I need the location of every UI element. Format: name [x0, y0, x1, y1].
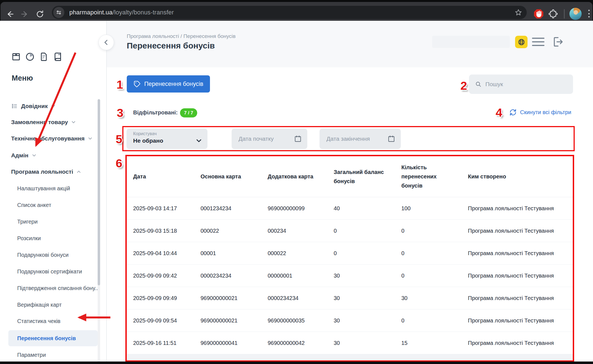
browser-toolbar: pharmapoint.ua/loyalty/bonus-transfer [1, 2, 592, 21]
sidebar-subitem-rozsylky[interactable]: Розсилки [17, 233, 41, 244]
page-title: Перенесення бонусів [127, 41, 215, 50]
table-row[interactable]: 2025-09-03 15:18 000022 000234 0 0 Прогр… [127, 220, 573, 242]
archive-box-icon[interactable] [11, 52, 21, 62]
subitem-label: Підтвердження списання бону... [17, 285, 99, 291]
reset-filters-label: Скинути всі фільтри [520, 109, 571, 116]
table-row[interactable]: 2025-09-09 09:42 0000234234 00000001 30 … [127, 265, 573, 287]
reload-icon[interactable] [36, 10, 44, 18]
bottom-edge-strip [0, 362, 593, 364]
sidebar-item-dovidnyk[interactable]: Довідник [11, 101, 55, 112]
cell-additional-card: 969000000035 [268, 317, 334, 324]
table-row[interactable]: 2025-09-16 11:51 969000000041 9690000000… [127, 332, 573, 354]
date-start-field[interactable]: Дата початку [232, 129, 307, 149]
browser-menu-icon[interactable] [588, 10, 590, 17]
browser-chrome: pharmapoint.ua/loyalty/bonus-transfer [0, 0, 593, 21]
subitem-label: Тригери [17, 219, 38, 225]
profile-avatar[interactable] [569, 8, 582, 20]
sidebar-subitem-perenesennya-bonusiv[interactable]: Перенесення бонусів [17, 333, 76, 344]
date-end-field[interactable]: Дата закінчення [320, 129, 401, 149]
search-input[interactable] [485, 81, 567, 88]
language-button[interactable] [515, 36, 528, 48]
sidebar-item-admin[interactable]: Адмін [11, 150, 36, 161]
sidebar-item-label: Програма лояльності [11, 168, 73, 175]
list-icon [11, 103, 18, 109]
bonus-transfer-button[interactable]: Перенесення бонусів [127, 75, 210, 93]
forward-icon[interactable] [21, 10, 29, 18]
table-row[interactable]: 2025-09-09 09:49 969000000021 0000234234… [127, 287, 573, 309]
subitem-label: Параметри [17, 352, 46, 358]
sidebar-subitem-sertyfikaty[interactable]: Подарункові сертифікати [17, 266, 82, 277]
table-row[interactable]: 2025-09-03 14:17 0001234234 969000000099… [127, 197, 573, 220]
filtered-count-badge: 7 / 7 [180, 108, 197, 117]
cell-transferred-count: 0 [401, 228, 468, 234]
sidebar-subitem-aktsii[interactable]: Налаштування акцій [17, 183, 70, 194]
cell-created-by: Програма лояльності Тестування [468, 340, 573, 346]
subitem-label: Подарункові бонуси [17, 252, 69, 258]
user-filter-dropdown[interactable]: Користувач Не обрано [126, 129, 207, 149]
sidebar: Меню Довідник Замовлення товару Технічне… [0, 21, 107, 362]
cell-created-by: Програма лояльності Тестування [468, 295, 573, 301]
document-icon[interactable] [39, 52, 49, 62]
breadcrumb: Програма лояльності / Перенесення бонусі… [127, 33, 235, 39]
cell-date: 2025-09-16 11:51 [133, 340, 201, 346]
address-bar[interactable]: pharmapoint.ua/loyalty/bonus-transfer [52, 6, 527, 19]
cell-total-balance: 0 [334, 250, 401, 257]
header-menu-icon[interactable] [532, 38, 544, 46]
cell-total-balance: 0 [334, 228, 401, 234]
sidebar-subitem-tryhery[interactable]: Тригери [17, 216, 38, 227]
cell-main-card: 0001234234 [201, 205, 268, 212]
sidebar-item-zamovlennya[interactable]: Замовлення товару [11, 117, 76, 128]
sidebar-collapse-button[interactable] [98, 35, 114, 50]
extensions-puzzle-icon[interactable] [548, 9, 559, 19]
book-icon[interactable] [53, 52, 63, 62]
cell-main-card: 969000000041 [201, 340, 268, 346]
sidebar-quick-icons [11, 52, 63, 62]
logout-icon[interactable] [551, 35, 564, 48]
sidebar-item-loyalty[interactable]: Програма лояльності [11, 166, 81, 177]
cell-transferred-count: 0 [401, 250, 468, 257]
table-header-row: Дата Основна карта Додаткова карта Загал… [127, 156, 573, 197]
table-row[interactable]: 2025-09-09 09:54 969000000021 9690000000… [127, 309, 573, 332]
sidebar-subitem-pidtverdzhennya[interactable]: Підтвердження списання бону... [17, 283, 99, 294]
sidebar-subitem-ankety[interactable]: Список анкет [17, 199, 51, 211]
subitem-label: Розсилки [17, 235, 41, 242]
sidebar-subitem-veryfikatsiya[interactable]: Верифікація карт [17, 299, 62, 310]
back-icon[interactable] [6, 10, 14, 18]
chevron-up-icon [77, 170, 81, 174]
sidebar-scrollbar-thumb[interactable] [98, 99, 100, 285]
sidebar-subitem-statystyka[interactable]: Статистика чеків [17, 316, 60, 327]
cell-transferred-count: 30 [401, 295, 468, 301]
sidebar-subitem-podarunkovi-bonusy[interactable]: Подарункові бонуси [17, 249, 69, 260]
site-info-icon[interactable] [53, 7, 64, 18]
reset-filters-link[interactable]: Скинути всі фільтри [509, 109, 571, 116]
cell-created-by: Програма лояльності Тестування [468, 317, 573, 324]
cell-total-balance: 30 [334, 340, 401, 346]
cell-additional-card: 969000000042 [268, 340, 334, 346]
cell-date: 2025-09-09 09:54 [133, 317, 201, 324]
chevron-down-icon [88, 136, 92, 141]
user-filter-label: Користувач [133, 131, 202, 136]
subitem-label: Верифікація карт [17, 302, 62, 308]
cell-created-by: Програма лояльності Тестування [468, 250, 573, 257]
search-box[interactable] [469, 75, 573, 94]
cell-transferred-count: 15 [401, 340, 468, 346]
subitem-label: Список анкет [17, 202, 51, 208]
table-footer-strip [127, 354, 573, 360]
bonus-transfer-table: Дата Основна карта Додаткова карта Загал… [127, 156, 573, 360]
toolbar-separator [564, 9, 565, 19]
reset-icon [509, 109, 517, 116]
pie-chart-icon[interactable] [25, 52, 35, 62]
sidebar-subitem-parametry[interactable]: Параметри [17, 349, 46, 360]
cell-main-card: 000022 [201, 228, 268, 234]
subitem-label: Статистика чеків [17, 318, 60, 324]
sidebar-item-tehnichne[interactable]: Технічне обслуговування [11, 133, 92, 144]
table-row[interactable]: 2025-09-04 10:44 00001 000022 0 0 Програ… [127, 242, 573, 265]
chevron-down-icon [71, 120, 76, 124]
url-path: /loyalty/bonus-transfer [113, 9, 174, 16]
cell-main-card: 0000234234 [201, 273, 268, 279]
column-header-total-balance: Загальний баланс бонусів [334, 168, 389, 186]
screen: pharmapoint.ua/loyalty/bonus-transfer [0, 0, 593, 364]
adblock-extension-icon[interactable] [533, 9, 544, 19]
bookmark-star-icon[interactable] [515, 9, 522, 16]
cell-transferred-count: 0 [401, 317, 468, 324]
